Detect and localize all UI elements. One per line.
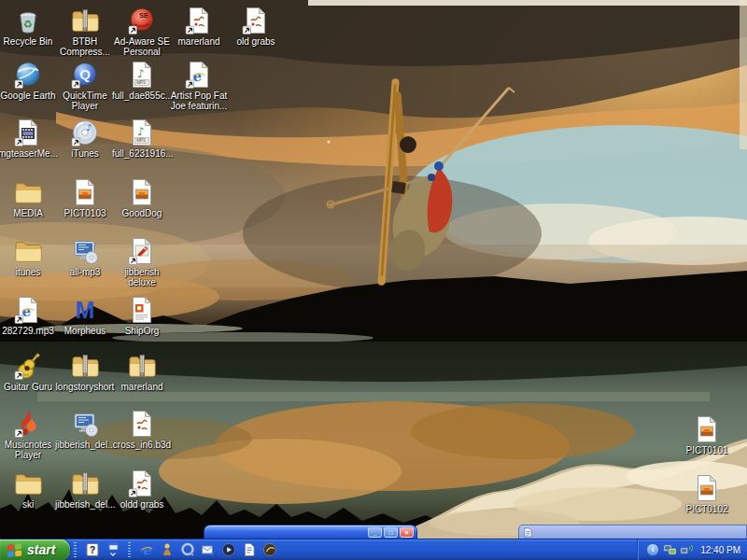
outlook-express-icon[interactable] (200, 542, 216, 558)
inactive-window-titlebar[interactable] (518, 525, 747, 539)
taskbar-clock[interactable]: 12:40 PM (698, 545, 740, 555)
photodoc-icon (127, 177, 157, 207)
icon-label: iTunes (55, 148, 115, 159)
installer-icon (70, 236, 100, 266)
desktop-icon-marerland[interactable]: marerland (112, 351, 172, 392)
svg-text:e: e (142, 542, 151, 557)
desktop-icon-full-dae855c[interactable]: ♪MP3full_dae855c... (112, 60, 172, 101)
help-icon[interactable]: ? (84, 542, 100, 558)
close-button[interactable]: × (400, 527, 414, 538)
tray-collapse-chevron[interactable]: ‹ (646, 543, 659, 556)
icon-label: Morpheus (55, 326, 115, 336)
picdoc-icon (184, 6, 214, 35)
network-connection-icon[interactable] (663, 543, 677, 557)
window-icon (523, 527, 533, 538)
quicktime-gray-icon[interactable] (179, 542, 195, 558)
start-button[interactable]: start (0, 539, 70, 560)
media-player-icon[interactable] (220, 542, 236, 558)
desktop-icon-itunes[interactable]: itunes (0, 236, 58, 277)
icon-label: all-mp3 (55, 267, 115, 277)
quicklaunch-overflow-chevron[interactable] (105, 542, 120, 558)
icon-label: mgteaserMe... (0, 148, 58, 159)
mp3doc-icon: ♪MP3 (127, 60, 157, 90)
svg-text:MP3: MP3 (136, 80, 146, 85)
realplayer-icon[interactable] (261, 542, 277, 558)
desktop-icon-google-earth[interactable]: Google Earth (0, 60, 58, 101)
desktop-icon-ski[interactable]: ski (0, 469, 58, 510)
desktop-icon-jibberish-del[interactable]: jibberish_del... (55, 409, 115, 450)
desktop-icon-jibberish-del[interactable]: jibberish_del... (55, 469, 115, 510)
icon-label: oldd grabs (112, 499, 172, 510)
desktop-icon-oldd-grabs[interactable]: oldd grabs (112, 469, 172, 510)
icon-label: Google Earth (0, 91, 58, 101)
quicklaunch-handle[interactable] (74, 542, 77, 557)
desktop-icon-pict0102[interactable]: PICT0102 (677, 473, 737, 514)
shiporg-icon (127, 295, 157, 325)
desktop-icon-btbh-compress[interactable]: BTBH Compress... (55, 6, 115, 57)
icon-label: Ad-Aware SE Personal (112, 36, 172, 57)
desktop-icon-guitar-guru[interactable]: Guitar Guru (0, 351, 58, 392)
icon-label: Guitar Guru (0, 382, 58, 392)
desktop-icon-pict0103[interactable]: PICT0103 (55, 177, 115, 218)
icon-label: old grabs (226, 36, 286, 47)
svg-text:MP3: MP3 (136, 138, 146, 143)
adaware-icon: SE (127, 6, 157, 35)
internet-shortcut-icon[interactable] (241, 542, 257, 558)
desktop-icon-mgteaserme[interactable]: mgteaserMe... (0, 118, 58, 159)
folder-icon (13, 469, 43, 498)
desktop-icon-longstoryshort[interactable]: longstoryshort (55, 351, 115, 392)
desktop-icon-gooddog[interactable]: GoodDog (112, 177, 172, 218)
minimize-button[interactable]: _ (368, 527, 382, 538)
flame-icon (13, 409, 43, 439)
desktop-icon-all-mp3[interactable]: all-mp3 (55, 236, 115, 277)
icon-label: marerland (169, 36, 229, 47)
desktop-icon-cross-in6-b3d[interactable]: cross_in6.b3d (112, 409, 172, 450)
desktop-icon-ad-aware-se-personal[interactable]: SEAd-Aware SE Personal (112, 6, 172, 57)
icon-label: Musicnotes Player (0, 440, 58, 460)
desktop-icon-quicktime-player[interactable]: QQuickTime Player (55, 60, 115, 111)
aim-icon[interactable] (159, 542, 175, 558)
desktop-icon-shiporg[interactable]: ShipOrg (112, 295, 172, 336)
zipfolder-icon (70, 6, 100, 35)
toolbar-handle[interactable] (128, 542, 131, 557)
icon-label: QuickTime Player (55, 91, 115, 111)
desktop-icon-old-grabs[interactable]: old grabs (226, 6, 286, 47)
desktop-icon-musicnotes-player[interactable]: Musicnotes Player (0, 409, 58, 460)
desktop-icon-jibberish-deluxe[interactable]: jibberish deluxe (112, 236, 172, 287)
system-tray: ‹ 12:40 PM (637, 539, 747, 560)
svg-text:♻: ♻ (23, 19, 33, 31)
taskbar-empty-area[interactable] (281, 539, 637, 560)
desktop-icon-recycle-bin[interactable]: ♻Recycle Bin (0, 6, 58, 47)
iedoc-icon: e (184, 60, 214, 90)
windows-flag-icon (7, 542, 23, 558)
desktop-icon-full-6231916[interactable]: ♪MP3full_6231916... (112, 118, 172, 159)
active-window-titlebar[interactable]: _ □ × (204, 525, 417, 539)
desktop-icon-itunes[interactable]: ♪iTunes (55, 118, 115, 159)
icon-label: BTBH Compress... (55, 36, 115, 57)
desktop-icon-pict0101[interactable]: PICT0101 (677, 414, 737, 455)
desktop-icon-282729-mp3[interactable]: e282729.mp3 (0, 295, 58, 336)
icon-label: Recycle Bin (0, 36, 58, 47)
wireless-signal-icon[interactable] (680, 543, 694, 557)
iedoc-icon: e (13, 295, 43, 325)
desktop-icon-media[interactable]: MEDIA (0, 177, 58, 218)
icon-label: GoodDog (112, 208, 172, 218)
desktop-icon-artist-pop-fat-joe-featurin[interactable]: eArtist Pop Fat Joe featurin... (169, 60, 229, 111)
icon-label: full_6231916... (112, 148, 172, 159)
svg-text:M: M (76, 297, 95, 323)
icon-label: Artist Pop Fat Joe featurin... (169, 91, 229, 111)
picdoc-icon (127, 409, 157, 439)
picdoc-icon (127, 469, 157, 498)
desktop-icon-marerland[interactable]: marerland (169, 6, 229, 47)
start-button-label: start (27, 542, 55, 557)
maximize-button[interactable]: □ (384, 527, 398, 538)
svg-text:e: e (193, 68, 203, 85)
internet-explorer-icon[interactable]: e (138, 542, 154, 558)
zipfolder-icon (127, 351, 157, 381)
icon-label: longstoryshort (55, 382, 115, 392)
icon-label: itunes (0, 267, 58, 277)
icon-label: PICT0101 (677, 445, 737, 455)
desktop-icon-morpheus[interactable]: MMorpheus (55, 295, 115, 336)
cdmusic-icon: ♪ (70, 118, 100, 147)
installer-icon (70, 409, 100, 439)
